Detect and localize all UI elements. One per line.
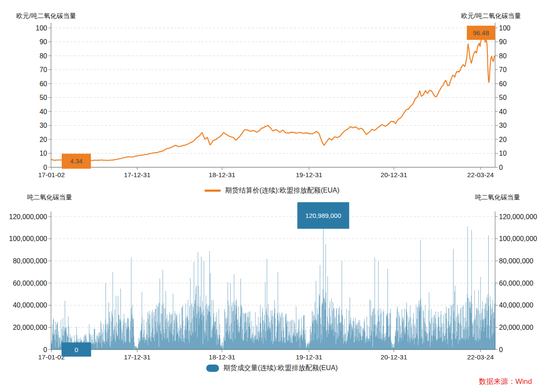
x-tick-label: 19-12-31 xyxy=(296,353,322,361)
y-tick-label-left: 20 xyxy=(39,136,47,143)
y-tick-label-right: 0 xyxy=(499,346,503,353)
volume-bar-chart: 0020,000,00020,000,00040,000,00040,000,0… xyxy=(0,202,544,365)
y-tick-label-left: 100,000,000 xyxy=(9,235,47,242)
y-tick-label-left: 120,000,000 xyxy=(9,213,47,220)
volume-series-bars xyxy=(51,215,495,350)
data-source-note: 数据来源：Wind xyxy=(479,377,532,386)
x-tick-label: 17-12-31 xyxy=(124,353,150,361)
carbon-price-volume-dashboard: 欧元/吨二氧化碳当量 欧元/吨二氧化碳当量 001010202030304040… xyxy=(0,0,544,392)
y-tick-label-right: 30 xyxy=(499,122,507,129)
y-tick-label-left: 30 xyxy=(39,122,47,129)
volume-legend-label: 期货成交量(连续):欧盟排放配额(EUA) xyxy=(223,364,338,373)
y-tick-label-left: 60 xyxy=(39,80,47,87)
price-chart-legend[interactable]: 期货结算价(连续):欧盟排放配额(EUA) xyxy=(0,185,544,196)
y-tick-label-right: 100,000,000 xyxy=(499,235,537,242)
callout-value: 120,989,000 xyxy=(305,212,341,219)
x-tick-label: 20-12-31 xyxy=(381,171,407,178)
x-tick-label: 18-12-31 xyxy=(209,353,235,361)
volume-legend-swatch-pill xyxy=(206,365,219,372)
y-tick-label-right: 20,000,000 xyxy=(499,324,533,331)
y-tick-label-left: 0 xyxy=(43,346,47,353)
x-tick-label: 19-12-31 xyxy=(296,171,322,178)
x-tick-label: 18-12-31 xyxy=(209,171,235,178)
y-tick-label-left: 40 xyxy=(39,108,47,115)
y-tick-label-right: 0 xyxy=(499,164,503,171)
price-series-line xyxy=(51,32,495,161)
callout-value: 96.48 xyxy=(473,29,489,36)
y-tick-label-left: 40,000,000 xyxy=(13,302,47,309)
volume-axis-title-right: 吨二氧化碳当量 xyxy=(475,193,520,202)
y-tick-label-right: 40,000,000 xyxy=(499,302,533,309)
y-tick-label-right: 90 xyxy=(499,38,507,45)
y-tick-label-right: 10 xyxy=(499,150,507,157)
y-tick-label-left: 80 xyxy=(39,52,47,60)
y-tick-label-right: 80 xyxy=(499,52,507,60)
x-tick-label: 17-01-02 xyxy=(38,171,65,178)
y-tick-label-right: 20 xyxy=(499,136,507,143)
price-line-chart: 0010102020303040405050606070708080909010… xyxy=(0,0,544,182)
y-tick-label-left: 0 xyxy=(43,164,47,171)
x-tick-label: 17-01-02 xyxy=(38,353,65,361)
y-tick-label-left: 80,000,000 xyxy=(13,257,47,265)
y-tick-label-right: 80,000,000 xyxy=(499,257,533,265)
y-tick-label-left: 60,000,000 xyxy=(13,280,47,287)
callout-value: 4.34 xyxy=(70,157,82,165)
price-legend-swatch-line xyxy=(204,190,221,192)
x-tick-label: 22-03-24 xyxy=(467,353,494,361)
x-tick-label: 22-03-24 xyxy=(467,171,494,178)
y-tick-label-left: 50 xyxy=(39,94,47,101)
volume-axis-title-left: 吨二氧化碳当量 xyxy=(27,193,72,202)
volume-chart-legend[interactable]: 期货成交量(连续):欧盟排放配额(EUA) xyxy=(0,363,544,373)
y-tick-label-left: 90 xyxy=(39,38,47,45)
callout-value: 0 xyxy=(75,346,78,353)
y-tick-label-left: 100 xyxy=(36,24,47,32)
x-tick-label: 17-12-31 xyxy=(124,171,150,178)
y-tick-label-right: 60,000,000 xyxy=(499,280,533,287)
y-tick-label-left: 10 xyxy=(39,150,47,157)
y-tick-label-left: 70 xyxy=(39,66,47,73)
y-tick-label-right: 60 xyxy=(499,80,507,87)
y-tick-label-right: 50 xyxy=(499,94,507,101)
y-tick-label-right: 100 xyxy=(499,24,511,32)
y-tick-label-right: 40 xyxy=(499,108,507,115)
y-tick-label-right: 120,000,000 xyxy=(499,213,537,220)
y-tick-label-right: 70 xyxy=(499,66,507,73)
price-legend-label: 期货结算价(连续):欧盟排放配额(EUA) xyxy=(225,186,340,195)
x-tick-label: 20-12-31 xyxy=(381,353,407,361)
y-tick-label-left: 20,000,000 xyxy=(13,324,47,331)
